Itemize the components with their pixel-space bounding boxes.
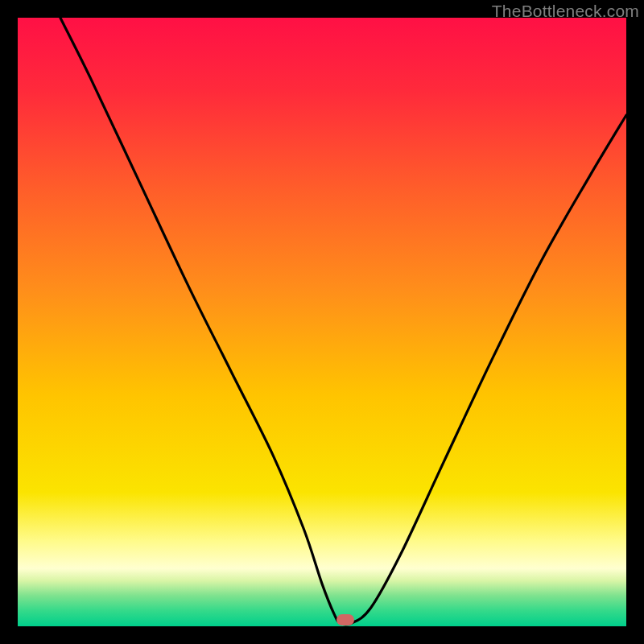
optimal-marker	[336, 614, 354, 625]
bottleneck-curve	[18, 18, 626, 626]
chart-frame: TheBottleneck.com	[0, 0, 644, 644]
plot-area	[18, 18, 626, 626]
